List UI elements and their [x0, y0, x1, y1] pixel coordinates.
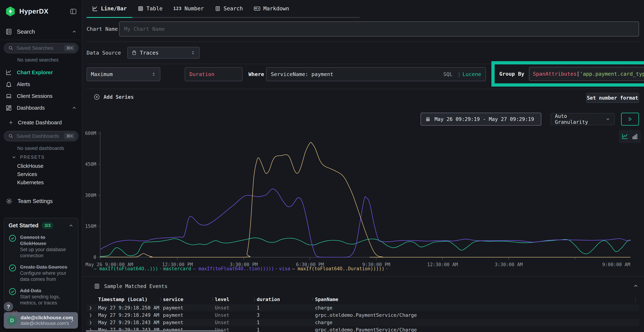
get-started-card: Get Started 3/3 Connect to ClickHouse Se… [4, 218, 78, 314]
user-menu[interactable]: D dale@clickhouse.com dale@clickhouse.co… [4, 312, 78, 328]
column-handle-icon[interactable]: ⁞ [312, 296, 314, 302]
circle-check-icon [8, 288, 16, 296]
saved-dashboards-input[interactable] [16, 133, 61, 139]
bell-icon [5, 81, 12, 88]
divider [86, 89, 639, 89]
legend-item[interactable]: — maxIf(toFloat64O..Duration)))))· [292, 266, 389, 271]
timeseries-chart[interactable]: 0150M300M450M600M12:30:00 PM3:30:00 PM6:… [82, 125, 644, 268]
granularity-select[interactable]: Auto Granularity [550, 113, 615, 125]
chevron-up-icon[interactable] [68, 223, 74, 228]
run-query-button[interactable] [621, 113, 639, 126]
chart-type-toggle[interactable] [619, 130, 641, 143]
svg-text:3:30:00 AM: 3:30:00 AM [495, 262, 523, 267]
aggregation-select[interactable]: Maximum [86, 67, 160, 81]
select-chevrons-icon [151, 72, 156, 76]
table-row[interactable]: ❯May 27 9:29:18.250 AMpaymentUnset1charg… [86, 304, 639, 312]
tab-markdown[interactable]: Markdown [248, 0, 295, 17]
get-started-item-subtitle: Start sending logs, metrics, or traces [20, 294, 72, 306]
set-number-format-button[interactable]: Set number format [586, 93, 639, 103]
column-handle-icon[interactable]: ⁞ [254, 296, 255, 302]
lucene-option[interactable]: Lucene [462, 71, 481, 77]
chart-name-input[interactable] [119, 22, 639, 36]
saved-dashboards-search[interactable]: ⌘K [4, 131, 78, 141]
presets-toggle[interactable]: PRESETS [12, 154, 45, 160]
legend-item[interactable]: — maxIf(toFloat64O..)))·mastercard [94, 266, 191, 271]
sidebar-item-alerts[interactable]: Alerts [5, 81, 77, 88]
search-icon [8, 46, 14, 51]
circle-plus-icon [94, 94, 100, 100]
table-row[interactable]: ❯May 27 9:29:18.249 AMpaymentUnset3grpc.… [86, 312, 639, 319]
sidebar-item-client-sessions[interactable]: Client Sessions [5, 93, 77, 100]
line-chart-toggle-icon[interactable] [621, 133, 629, 140]
preset-kubernetes[interactable]: Kubernetes [17, 180, 44, 186]
table-row[interactable]: ❯May 27 9:29:18.243 AMpaymentUnset1charg… [86, 319, 639, 326]
get-started-item[interactable]: Add Data Start sending logs, metrics, or… [8, 288, 74, 306]
get-started-item-subtitle: Set up your database connection [20, 246, 72, 259]
add-series-button[interactable]: Add Series [94, 94, 134, 100]
chevron-up-icon [72, 105, 77, 110]
sidebar-item-team-settings[interactable]: Team Settings [5, 198, 77, 205]
col-spanname[interactable]: SpanName [315, 296, 338, 302]
data-source-select[interactable]: Traces [127, 47, 200, 59]
column-handle-icon[interactable]: ⁞ [160, 296, 162, 302]
sidebar-collapse-icon[interactable] [70, 8, 77, 15]
avatar: D [7, 315, 17, 326]
sidebar-section-search[interactable]: Search [5, 28, 77, 35]
tab-line-bar[interactable]: Line/Bar [86, 0, 132, 17]
where-input[interactable]: ServiceName: payment SQL |Lucene [266, 67, 486, 81]
sidebar-item-chart-explorer[interactable]: Chart Explorer [5, 69, 77, 76]
kbd-shortcut: ⌘K [64, 45, 76, 52]
saved-searches-input[interactable] [16, 45, 61, 51]
svg-text:300M: 300M [85, 193, 96, 198]
bar-chart-toggle-icon[interactable] [631, 133, 638, 140]
get-started-title: Get Started [8, 222, 38, 229]
get-started-item[interactable]: Connect to ClickHouse Set up your databa… [8, 234, 74, 259]
presets-label: PRESETS [20, 154, 45, 160]
date-range-value: May 26 09:29:19 - May 27 09:29:19 [434, 116, 534, 122]
no-saved-searches-note: No saved searches [17, 57, 58, 63]
col-service[interactable]: service [163, 296, 183, 302]
more-vertical-icon[interactable]: ⋮ [633, 296, 638, 302]
row-expand-icon[interactable]: ❯ [89, 320, 92, 325]
col-timestamp[interactable]: Timestamp (Local) [98, 296, 148, 302]
divider [82, 276, 644, 276]
sample-events-header[interactable]: Sample Matched Events [94, 283, 168, 290]
table-cell: payment [163, 312, 183, 318]
horizontal-scrollbar[interactable] [86, 330, 224, 332]
create-dashboard-button[interactable]: Create Dashboard [8, 120, 76, 126]
table-cell: grpc.oteldemo.PaymentService/Charge [315, 312, 417, 318]
table-cell: 3 [257, 312, 260, 318]
events-table-body: ❯May 27 9:29:18.250 AMpaymentUnset1charg… [86, 304, 639, 332]
tab-table[interactable]: Table [132, 0, 168, 17]
chevron-down-icon [12, 155, 16, 160]
row-expand-icon[interactable]: ❯ [89, 312, 92, 318]
line-chart-icon [92, 6, 98, 12]
legend-item[interactable]: — maxIf(toFloat64O..tion)))))·visa [193, 266, 290, 271]
sidebar-item-dashboards[interactable]: Dashboards [5, 104, 77, 111]
panel-collapse-icon[interactable] [633, 283, 639, 289]
number-123-icon: 123 [173, 6, 182, 11]
group-by-input[interactable]: SpanAttributes['app.payment.card_type'] [529, 67, 644, 81]
row-expand-icon[interactable]: ❯ [89, 305, 92, 310]
tab-search[interactable]: Search [209, 0, 248, 17]
tab-number[interactable]: 123 Number [168, 0, 209, 17]
table-icon [138, 6, 144, 12]
col-duration[interactable]: duration [257, 296, 280, 302]
svg-text:12:30:00 AM: 12:30:00 AM [427, 262, 458, 267]
saved-searches-search[interactable]: ⌘K [4, 43, 78, 53]
sql-language-toggle[interactable]: SQL |Lucene [443, 71, 481, 77]
chart-legend[interactable]: — maxIf(toFloat64O..)))·mastercard— maxI… [94, 266, 390, 271]
get-started-item[interactable]: Create Data Sources Configure where your… [8, 264, 74, 282]
field-input[interactable]: Duration [185, 67, 242, 81]
help-button[interactable]: ? [4, 302, 13, 311]
col-level[interactable]: level [215, 296, 229, 302]
preset-services[interactable]: Services [17, 171, 37, 177]
date-range-picker[interactable]: May 26 09:29:19 - May 27 09:29:19 [420, 113, 541, 126]
table-cell: Unset [215, 305, 229, 310]
svg-text:450M: 450M [85, 162, 96, 167]
preset-clickhouse[interactable]: ClickHouse [17, 163, 44, 169]
get-started-progress-badge: 3/3 [42, 222, 53, 229]
events-table-header: Timestamp (Local) ⁞ service ⁞ level ⁞ du… [86, 296, 639, 304]
column-handle-icon[interactable]: ⁞ [212, 296, 214, 302]
user-email: dale@clickhouse.com [20, 315, 66, 320]
